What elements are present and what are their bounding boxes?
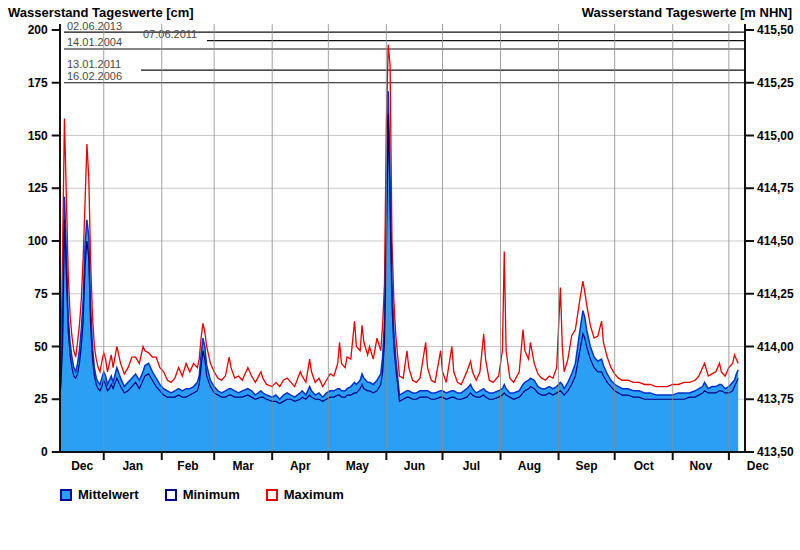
left-axis-tick-label: 175: [28, 76, 48, 90]
right-axis-tick-label: 414,50: [757, 234, 794, 248]
left-axis-tick-label: 0: [41, 445, 48, 459]
right-axis-tick-label: 414,00: [757, 340, 794, 354]
right-axis-tick-label: 415,00: [757, 129, 794, 143]
water-level-chart: 02.06.201307.06.201114.01.200413.01.2011…: [0, 0, 800, 550]
max-swatch-icon: [266, 489, 278, 501]
month-label-sep: Sep: [576, 459, 598, 473]
reference-line-label: 02.06.2013: [67, 20, 122, 32]
legend-item-maximum: Maximum: [266, 487, 344, 502]
left-axis-tick-label: 75: [34, 287, 48, 301]
right-axis-tick-label: 413,50: [757, 445, 794, 459]
left-axis-tick-label: 50: [34, 340, 48, 354]
left-axis-tick-label: 200: [28, 23, 48, 37]
month-label-dec: Dec: [747, 459, 769, 473]
month-label-aug: Aug: [518, 459, 541, 473]
right-axis-tick-label: 414,25: [757, 287, 794, 301]
reference-line-label: 13.01.2011: [67, 58, 121, 70]
month-label-jan: Jan: [122, 459, 143, 473]
month-label-may: May: [346, 459, 370, 473]
month-label-jun: Jun: [404, 459, 425, 473]
month-label-oct: Oct: [634, 459, 654, 473]
left-axis-tick-label: 25: [34, 392, 48, 406]
legend-label-minimum: Minimum: [183, 487, 240, 502]
month-label-jul: Jul: [463, 459, 480, 473]
right-axis-tick-label: 415,50: [757, 23, 794, 37]
legend-label-mittelwert: Mittelwert: [78, 487, 139, 502]
legend-item-mittelwert: Mittelwert: [60, 487, 139, 502]
water-level-chart-page: Wasserstand Tageswerte [cm] Wasserstand …: [0, 0, 800, 550]
reference-line-label: 14.01.2004: [67, 36, 122, 48]
right-axis-tick-label: 413,75: [757, 392, 794, 406]
month-label-nov: Nov: [689, 459, 712, 473]
left-axis-tick-label: 100: [28, 234, 48, 248]
left-axis-tick-label: 150: [28, 129, 48, 143]
month-label-apr: Apr: [290, 459, 311, 473]
mean-line: [61, 91, 739, 399]
min-swatch-icon: [165, 489, 177, 501]
reference-line-label: 07.06.2011: [143, 28, 197, 40]
max-line: [61, 45, 739, 387]
left-axis-tick-label: 125: [28, 181, 48, 195]
month-label-dec: Dec: [71, 459, 93, 473]
chart-legend: Mittelwert Minimum Maximum: [60, 487, 344, 502]
legend-item-minimum: Minimum: [165, 487, 240, 502]
reference-line-label: 16.02.2006: [67, 70, 122, 82]
min-line: [61, 114, 739, 403]
mean-swatch-icon: [60, 489, 72, 501]
month-label-mar: Mar: [233, 459, 255, 473]
legend-label-maximum: Maximum: [284, 487, 344, 502]
right-axis-tick-label: 414,75: [757, 181, 794, 195]
month-label-feb: Feb: [177, 459, 198, 473]
right-axis-tick-label: 415,25: [757, 76, 794, 90]
